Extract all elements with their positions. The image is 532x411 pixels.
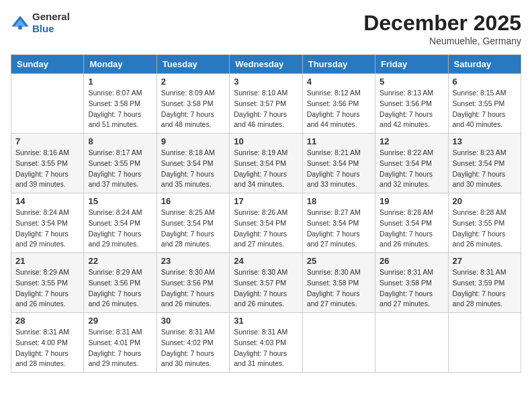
day-info: Sunrise: 8:19 AMSunset: 3:54 PMDaylight:… [234,148,298,190]
calendar-cell: 22Sunrise: 8:29 AMSunset: 3:56 PMDayligh… [84,253,157,313]
calendar-cell: 7Sunrise: 8:16 AMSunset: 3:55 PMDaylight… [11,134,84,193]
day-number: 4 [307,77,371,87]
day-info: Sunrise: 8:31 AMSunset: 4:01 PMDaylight:… [88,327,152,369]
day-info: Sunrise: 8:23 AMSunset: 3:54 PMDaylight:… [453,148,517,190]
calendar-cell: 4Sunrise: 8:12 AMSunset: 3:56 PMDaylight… [302,74,375,134]
day-info: Sunrise: 8:17 AMSunset: 3:55 PMDaylight:… [88,148,152,190]
title-area: December 2025 Neumuehle, Germany [363,11,521,46]
calendar-cell: 6Sunrise: 8:15 AMSunset: 3:55 PMDaylight… [448,74,521,134]
day-number: 7 [15,136,79,146]
calendar-table: SundayMondayTuesdayWednesdayThursdayFrid… [11,54,521,373]
calendar-cell [375,313,448,373]
calendar-cell: 21Sunrise: 8:29 AMSunset: 3:55 PMDayligh… [11,253,84,313]
day-number: 3 [234,77,298,87]
day-number: 28 [15,316,79,326]
calendar-week-4: 28Sunrise: 8:31 AMSunset: 4:00 PMDayligh… [11,313,521,373]
calendar-cell: 10Sunrise: 8:19 AMSunset: 3:54 PMDayligh… [230,134,302,193]
calendar-week-3: 21Sunrise: 8:29 AMSunset: 3:55 PMDayligh… [11,253,521,313]
day-number: 6 [453,77,517,87]
day-info: Sunrise: 8:28 AMSunset: 3:54 PMDaylight:… [380,208,443,250]
day-number: 10 [234,136,298,146]
day-info: Sunrise: 8:29 AMSunset: 3:55 PMDaylight:… [15,267,79,310]
logo-text: General Blue [32,11,70,35]
day-info: Sunrise: 8:31 AMSunset: 4:00 PMDaylight:… [15,327,79,369]
weekday-header-tuesday: Tuesday [157,55,229,74]
day-info: Sunrise: 8:30 AMSunset: 3:57 PMDaylight:… [234,267,298,310]
day-number: 2 [161,77,225,87]
day-info: Sunrise: 8:07 AMSunset: 3:58 PMDaylight:… [88,88,152,130]
page-header: General Blue December 2025 Neumuehle, Ge… [11,11,521,46]
day-number: 12 [380,136,443,146]
weekday-header-wednesday: Wednesday [230,55,302,74]
day-info: Sunrise: 8:18 AMSunset: 3:54 PMDaylight:… [161,148,225,190]
weekday-header-monday: Monday [84,55,157,74]
calendar-body: 1Sunrise: 8:07 AMSunset: 3:58 PMDaylight… [11,74,521,373]
calendar-cell: 5Sunrise: 8:13 AMSunset: 3:56 PMDaylight… [375,74,448,134]
calendar-cell: 25Sunrise: 8:30 AMSunset: 3:58 PMDayligh… [302,253,375,313]
day-info: Sunrise: 8:27 AMSunset: 3:54 PMDaylight:… [307,208,371,250]
day-info: Sunrise: 8:31 AMSunset: 4:02 PMDaylight:… [161,327,225,369]
day-number: 20 [453,196,517,206]
day-number: 5 [380,77,443,87]
day-info: Sunrise: 8:21 AMSunset: 3:54 PMDaylight:… [307,148,371,190]
calendar-cell: 9Sunrise: 8:18 AMSunset: 3:54 PMDaylight… [157,134,229,193]
calendar-cell: 24Sunrise: 8:30 AMSunset: 3:57 PMDayligh… [230,253,302,313]
day-number: 26 [380,256,443,266]
calendar-cell: 13Sunrise: 8:23 AMSunset: 3:54 PMDayligh… [448,134,521,193]
calendar-week-2: 14Sunrise: 8:24 AMSunset: 3:54 PMDayligh… [11,193,521,253]
day-info: Sunrise: 8:15 AMSunset: 3:55 PMDaylight:… [453,88,517,130]
month-title: December 2025 [363,11,521,36]
calendar-week-1: 7Sunrise: 8:16 AMSunset: 3:55 PMDaylight… [11,134,521,193]
location-title: Neumuehle, Germany [363,36,521,46]
day-info: Sunrise: 8:28 AMSunset: 3:55 PMDaylight:… [453,208,517,250]
day-info: Sunrise: 8:16 AMSunset: 3:55 PMDaylight:… [15,148,79,190]
calendar-cell: 31Sunrise: 8:31 AMSunset: 4:03 PMDayligh… [230,313,302,373]
day-info: Sunrise: 8:24 AMSunset: 3:54 PMDaylight:… [88,208,152,250]
day-number: 1 [88,77,152,87]
calendar-cell: 2Sunrise: 8:09 AMSunset: 3:58 PMDaylight… [157,74,229,134]
calendar-cell [302,313,375,373]
calendar-cell: 12Sunrise: 8:22 AMSunset: 3:54 PMDayligh… [375,134,448,193]
weekday-header-friday: Friday [375,55,448,74]
calendar-cell: 8Sunrise: 8:17 AMSunset: 3:55 PMDaylight… [84,134,157,193]
day-number: 19 [380,196,443,206]
day-info: Sunrise: 8:10 AMSunset: 3:57 PMDaylight:… [234,88,298,130]
day-number: 13 [453,136,517,146]
day-number: 29 [88,316,152,326]
calendar-cell: 15Sunrise: 8:24 AMSunset: 3:54 PMDayligh… [84,193,157,253]
day-number: 17 [234,196,298,206]
day-info: Sunrise: 8:25 AMSunset: 3:54 PMDaylight:… [161,208,225,250]
calendar-cell [448,313,521,373]
day-number: 14 [15,196,79,206]
calendar-cell: 16Sunrise: 8:25 AMSunset: 3:54 PMDayligh… [157,193,229,253]
day-info: Sunrise: 8:12 AMSunset: 3:56 PMDaylight:… [307,88,371,130]
svg-rect-2 [18,26,22,30]
day-info: Sunrise: 8:31 AMSunset: 3:59 PMDaylight:… [453,267,517,310]
calendar-cell: 18Sunrise: 8:27 AMSunset: 3:54 PMDayligh… [302,193,375,253]
day-number: 25 [307,256,371,266]
day-number: 24 [234,256,298,266]
day-info: Sunrise: 8:09 AMSunset: 3:58 PMDaylight:… [161,88,225,130]
day-number: 27 [453,256,517,266]
day-number: 11 [307,136,371,146]
day-info: Sunrise: 8:13 AMSunset: 3:56 PMDaylight:… [380,88,443,130]
day-info: Sunrise: 8:24 AMSunset: 3:54 PMDaylight:… [15,208,79,250]
day-info: Sunrise: 8:22 AMSunset: 3:54 PMDaylight:… [380,148,443,190]
weekday-header-sunday: Sunday [11,55,84,74]
weekday-header-saturday: Saturday [448,55,521,74]
calendar-week-0: 1Sunrise: 8:07 AMSunset: 3:58 PMDaylight… [11,74,521,134]
day-info: Sunrise: 8:29 AMSunset: 3:56 PMDaylight:… [88,267,152,310]
day-number: 16 [161,196,225,206]
calendar-cell: 14Sunrise: 8:24 AMSunset: 3:54 PMDayligh… [11,193,84,253]
day-number: 21 [15,256,79,266]
calendar-cell: 17Sunrise: 8:26 AMSunset: 3:54 PMDayligh… [230,193,302,253]
logo-icon [11,13,30,32]
day-number: 9 [161,136,225,146]
logo: General Blue [11,11,70,35]
calendar-cell: 30Sunrise: 8:31 AMSunset: 4:02 PMDayligh… [157,313,229,373]
day-info: Sunrise: 8:31 AMSunset: 4:03 PMDaylight:… [234,327,298,369]
calendar-cell: 23Sunrise: 8:30 AMSunset: 3:56 PMDayligh… [157,253,229,313]
calendar-cell: 27Sunrise: 8:31 AMSunset: 3:59 PMDayligh… [448,253,521,313]
day-number: 15 [88,196,152,206]
calendar-cell: 28Sunrise: 8:31 AMSunset: 4:00 PMDayligh… [11,313,84,373]
